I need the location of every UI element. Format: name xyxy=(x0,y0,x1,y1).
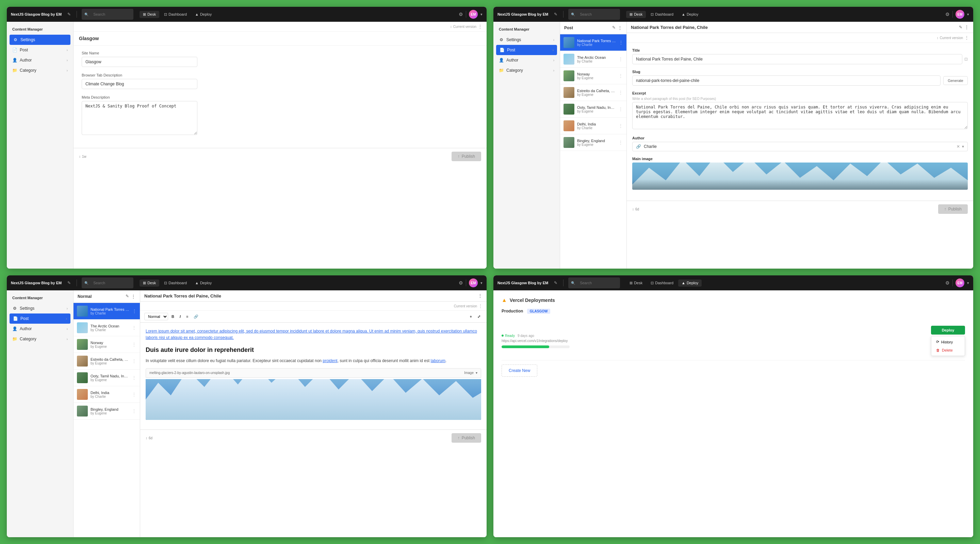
sidebar-item-author-2[interactable]: 👤 Author › xyxy=(493,55,560,65)
post-item-4[interactable]: Ooty, Tamil Nadu, India by Eugene ⋮ xyxy=(560,101,627,117)
meta-desc-textarea[interactable]: NextJS & Sanity Blog Proof of Concept xyxy=(82,101,197,135)
nav-dashboard-1[interactable]: ⊡ Dashboard xyxy=(161,11,190,18)
list-btn-3[interactable]: ≡ xyxy=(184,314,190,320)
nav-desk-3[interactable]: ⊞ Desk xyxy=(140,279,159,287)
post-item-e2[interactable]: Norway by Eugene ⋮ xyxy=(73,336,140,353)
search-input-1[interactable] xyxy=(90,10,130,19)
edit-icon-ps2[interactable]: ✎ xyxy=(612,25,616,30)
sidebar-item-category-1[interactable]: 📁 Category › xyxy=(7,65,73,76)
nav-dashboard-2[interactable]: ⊡ Dashboard xyxy=(647,11,677,18)
clear-icon-2[interactable]: ✕ xyxy=(956,144,960,149)
format-select-3[interactable]: Normal xyxy=(144,313,168,320)
publish-btn-1[interactable]: ↑ Publish xyxy=(452,152,481,161)
post-dots-1[interactable]: ⋮ xyxy=(618,56,623,62)
version-chevron-3[interactable]: ⋮ xyxy=(479,304,482,308)
post-item-3[interactable]: Estreito da Calheta, Portugal by Eugene … xyxy=(560,84,627,101)
edit-icon-3[interactable]: ✎ xyxy=(66,280,72,285)
sidebar-item-category-3[interactable]: 📁 Category › xyxy=(7,334,73,344)
nav-desk-1[interactable]: ⊞ Desk xyxy=(140,11,159,18)
edit-icon-2[interactable]: ✎ xyxy=(553,11,558,17)
editor-content-3[interactable]: Lorem ipsum dolor sit amet, consectetur … xyxy=(140,323,487,430)
deploy-btn-4[interactable]: Deploy xyxy=(931,326,965,335)
post-dots-3[interactable]: ⋮ xyxy=(618,90,623,95)
sidebar-item-post-3[interactable]: 📄 Post › xyxy=(10,314,70,324)
post-dots-e3[interactable]: ⋮ xyxy=(132,358,137,364)
editor-link-1[interactable]: Lorem ipsum dolor sit amet, consectetur … xyxy=(146,329,477,340)
post-item-2[interactable]: Norway by Eugene ⋮ xyxy=(560,68,627,84)
context-history-4[interactable]: ⟳ History xyxy=(931,338,965,346)
post-dots-6[interactable]: ⋮ xyxy=(618,140,623,145)
context-delete-4[interactable]: 🗑 Delete xyxy=(931,346,965,354)
sidebar-item-category-2[interactable]: 📁 Category › xyxy=(493,65,560,76)
post-item-e3[interactable]: Estreito da Calheta, Portugal by Eugene … xyxy=(73,353,140,370)
sidebar-item-author-3[interactable]: 👤 Author › xyxy=(7,324,73,334)
add-block-btn-3[interactable]: + xyxy=(468,314,474,320)
post-dots-2[interactable]: ⋮ xyxy=(618,73,623,79)
search-input-3[interactable] xyxy=(90,278,130,287)
editor-link-3[interactable]: laborum xyxy=(431,358,445,363)
editor-link-2[interactable]: proident xyxy=(323,358,337,363)
link-btn-3[interactable]: 🔗 xyxy=(192,314,200,320)
nav-desk-4[interactable]: ⊞ Desk xyxy=(626,279,646,287)
post-item-e6[interactable]: Bingley, England by Eugene ⋮ xyxy=(73,403,140,420)
title-input-2[interactable] xyxy=(632,54,962,64)
nav-desk-2[interactable]: ⊞ Desk xyxy=(626,11,646,18)
version-more-icon-1[interactable]: ⋮ xyxy=(478,24,482,29)
post-item-e1[interactable]: The Arctic Ocean by Charlie ⋮ xyxy=(73,320,140,336)
gear-button-4[interactable]: ⚙ xyxy=(945,280,950,285)
post-item-1[interactable]: The Arctic Ocean by Charlie ⋮ xyxy=(560,51,627,68)
gear-button-1[interactable]: ⚙ xyxy=(459,11,463,17)
sidebar-item-settings-3[interactable]: ⚙ Settings › xyxy=(7,303,73,314)
post-item-0[interactable]: National Park Torres del Pai... by Charl… xyxy=(560,34,627,51)
more-icon-ps3[interactable]: ⋮ xyxy=(131,294,136,299)
more-icon-e3[interactable]: ⋮ xyxy=(478,293,482,298)
image-chevron-3[interactable]: ▾ xyxy=(476,370,477,376)
edit-icon-ps3[interactable]: ✎ xyxy=(126,294,129,299)
edit-icon-1[interactable]: ✎ xyxy=(66,11,72,17)
post-item-e0[interactable]: National Park Torres del Pai... by Charl… xyxy=(73,303,140,320)
nav-deploy-3[interactable]: ▲ Deploy xyxy=(192,279,215,287)
sidebar-item-settings-2[interactable]: ⚙ Settings › xyxy=(493,35,560,45)
gear-button-2[interactable]: ⚙ xyxy=(945,11,950,17)
italic-btn-3[interactable]: I xyxy=(178,314,183,320)
browser-tab-input[interactable] xyxy=(82,79,197,89)
chevron-down-icon-2[interactable]: ▾ xyxy=(967,12,969,17)
create-new-btn-4[interactable]: Create New xyxy=(501,365,537,377)
nav-deploy-1[interactable]: ▲ Deploy xyxy=(192,11,215,18)
search-input-4[interactable] xyxy=(576,278,617,287)
post-item-6[interactable]: Bingley, England by Eugene ⋮ xyxy=(560,134,627,151)
post-dots-4[interactable]: ⋮ xyxy=(618,106,623,112)
nav-deploy-4[interactable]: ▲ Deploy xyxy=(678,279,702,287)
edit-icon-4[interactable]: ✎ xyxy=(553,280,558,285)
post-dots-e1[interactable]: ⋮ xyxy=(132,325,137,330)
more-icon-ps2[interactable]: ⋮ xyxy=(617,25,622,30)
post-dots-e4[interactable]: ⋮ xyxy=(132,375,137,381)
slug-input-2[interactable] xyxy=(632,76,940,86)
sidebar-item-author-1[interactable]: 👤 Author › xyxy=(7,55,73,65)
post-item-5[interactable]: Delhi, India by Charlie ⋮ xyxy=(560,117,627,134)
nav-dashboard-4[interactable]: ⊡ Dashboard xyxy=(647,279,677,287)
publish-btn-3[interactable]: ↑ Publish xyxy=(452,433,481,442)
post-dots-e5[interactable]: ⋮ xyxy=(132,392,137,397)
excerpt-textarea-2[interactable]: National Park Torres del Paine, Chile or… xyxy=(632,102,968,129)
sidebar-item-post-2[interactable]: 📄 Post › xyxy=(496,45,557,55)
nav-deploy-2[interactable]: ▲ Deploy xyxy=(678,11,702,18)
site-name-input[interactable] xyxy=(82,57,197,67)
nav-dashboard-3[interactable]: ⊡ Dashboard xyxy=(161,279,190,287)
edit-icon-pd2[interactable]: ✎ xyxy=(959,25,962,30)
post-dots-e6[interactable]: ⋮ xyxy=(132,408,137,414)
post-dots-e2[interactable]: ⋮ xyxy=(132,342,137,347)
post-item-e5[interactable]: Delhi, India by Charlie ⋮ xyxy=(73,386,140,403)
version-more-icon-2[interactable]: ⋮ xyxy=(964,35,969,40)
gear-button-3[interactable]: ⚙ xyxy=(459,280,463,285)
search-input-2[interactable] xyxy=(576,10,617,19)
author-select-2[interactable]: 🔗 Charlie ✕ ▾ xyxy=(632,142,968,151)
chevron-down-icon-1[interactable]: ▾ xyxy=(480,12,482,17)
fullscreen-btn-3[interactable]: ⤢ xyxy=(476,314,482,320)
title-icon-2[interactable]: ⊡ xyxy=(964,57,968,62)
chevron-down-icon-4[interactable]: ▾ xyxy=(967,281,969,285)
bold-btn-3[interactable]: B xyxy=(169,314,176,320)
post-item-e4[interactable]: Ooty, Tamil Nadu, India by Eugene ⋮ xyxy=(73,370,140,386)
chevron-down-icon-3[interactable]: ▾ xyxy=(480,281,482,285)
generate-btn-2[interactable]: Generate xyxy=(943,76,968,85)
